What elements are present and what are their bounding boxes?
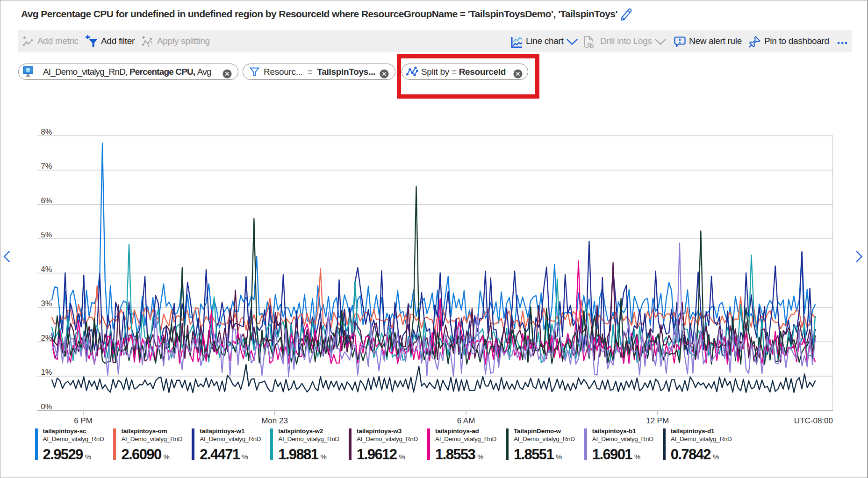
svg-text:UTC-08:00: UTC-08:00	[794, 416, 833, 425]
svg-text:8%: 8%	[41, 128, 52, 136]
svg-text:1%: 1%	[41, 368, 52, 376]
svg-text:3%: 3%	[41, 299, 52, 307]
svg-text:7%: 7%	[41, 162, 52, 170]
svg-text:6 AM: 6 AM	[457, 416, 475, 425]
svg-text:6 PM: 6 PM	[74, 416, 93, 425]
svg-text:5%: 5%	[41, 230, 52, 239]
svg-text:12 PM: 12 PM	[646, 416, 669, 425]
svg-text:4%: 4%	[41, 265, 52, 273]
svg-text:6%: 6%	[41, 196, 52, 205]
svg-text:2%: 2%	[41, 334, 52, 342]
svg-text:0%: 0%	[41, 402, 52, 411]
svg-text:Mon 23: Mon 23	[261, 416, 288, 425]
